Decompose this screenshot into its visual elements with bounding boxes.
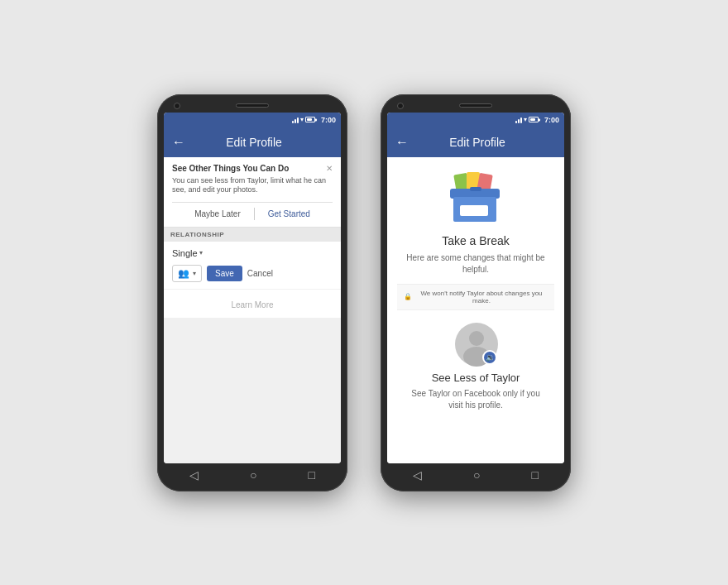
- svg-point-8: [469, 331, 484, 346]
- back-button[interactable]: ←: [172, 135, 185, 150]
- relationship-row: Single ▾: [172, 248, 333, 258]
- relationship-value: Single: [172, 248, 198, 258]
- left-screen: ▾ 7:00 ← Edit Profile See Other Things Y…: [164, 113, 341, 463]
- right-status-icons: ▾: [515, 116, 539, 123]
- see-less-title: See Less of Taylor: [432, 372, 520, 384]
- right-recents-nav-button[interactable]: □: [532, 468, 539, 482]
- right-signal-icon: [515, 117, 522, 123]
- left-screen-content: See Other Things You Can Do ✕ You can se…: [164, 157, 341, 463]
- mute-badge: 🔉: [482, 350, 497, 365]
- form-card: Single ▾ 👥 ▾ Save Cancel: [164, 242, 341, 289]
- volume-down-icon: 🔉: [486, 353, 495, 362]
- right-app-title: Edit Profile: [415, 136, 539, 149]
- audience-picker[interactable]: 👥 ▾: [172, 265, 202, 282]
- filing-box-icon: [447, 170, 505, 228]
- cancel-button[interactable]: Cancel: [247, 269, 273, 278]
- notification-header: See Other Things You Can Do ✕: [172, 164, 333, 173]
- left-phone-top-bar: [164, 103, 341, 109]
- right-battery-icon: [529, 117, 539, 122]
- svg-rect-5: [460, 205, 488, 216]
- left-status-bar: ▾ 7:00: [164, 113, 341, 127]
- relationship-section-label: RELATIONSHIP: [164, 228, 341, 242]
- home-nav-button[interactable]: ○: [250, 468, 256, 482]
- maybe-later-button[interactable]: Maybe Later: [184, 208, 255, 220]
- notification-title: See Other Things You Can Do: [172, 164, 289, 173]
- notification-card: See Other Things You Can Do ✕ You can se…: [164, 157, 341, 228]
- avatar-with-badge: 🔉: [454, 322, 497, 365]
- take-a-break-section: Take a Break Here are some changes that …: [387, 157, 564, 463]
- learn-more-section: Learn More: [164, 290, 341, 318]
- status-time: 7:00: [321, 116, 336, 124]
- take-a-break-title: Take a Break: [442, 234, 510, 247]
- left-app-title: Edit Profile: [192, 136, 316, 149]
- battery-icon: [305, 117, 315, 122]
- save-button[interactable]: Save: [207, 266, 242, 281]
- right-home-nav-button[interactable]: ○: [473, 468, 480, 482]
- left-app-bar: ← Edit Profile: [164, 127, 341, 157]
- right-back-button[interactable]: ←: [395, 135, 409, 150]
- right-back-nav-button[interactable]: ◁: [413, 468, 422, 482]
- left-phone: ▾ 7:00 ← Edit Profile See Other Things Y…: [157, 94, 347, 491]
- signal-icon: [292, 117, 299, 123]
- privacy-notice: 🔒 We won't notify Taylor about changes y…: [397, 284, 554, 310]
- audience-row: 👥 ▾ Save Cancel: [172, 265, 333, 282]
- see-less-description: See Taylor on Facebook only if you visit…: [407, 388, 544, 411]
- speaker: [236, 103, 269, 108]
- status-icons: ▾: [292, 116, 315, 123]
- learn-more-link[interactable]: Learn More: [231, 300, 273, 309]
- right-wifi-icon: ▾: [524, 116, 527, 123]
- notification-close-icon[interactable]: ✕: [326, 164, 333, 173]
- camera-sensor: [174, 103, 180, 109]
- back-nav-button[interactable]: ◁: [189, 468, 199, 482]
- see-less-section: 🔉 See Less of Taylor See Taylor on Faceb…: [397, 310, 554, 457]
- right-app-bar: ← Edit Profile: [387, 127, 564, 157]
- take-a-break-subtitle: Here are some changes that might be help…: [397, 252, 554, 276]
- privacy-notice-text: We won't notify Taylor about changes you…: [415, 290, 548, 304]
- left-phone-nav: ◁ ○ □: [164, 463, 341, 483]
- get-started-button[interactable]: Get Started: [255, 208, 320, 220]
- friends-icon: 👥: [178, 268, 189, 279]
- relationship-select[interactable]: Single ▾: [172, 248, 203, 258]
- right-status-bar: ▾ 7:00: [387, 113, 564, 127]
- right-status-time: 7:00: [544, 116, 559, 124]
- svg-rect-6: [470, 187, 481, 191]
- right-camera-sensor: [397, 103, 404, 109]
- recents-nav-button[interactable]: □: [309, 468, 315, 482]
- notification-actions: Maybe Later Get Started: [172, 202, 333, 220]
- notification-body: You can see less from Taylor, limit what…: [172, 176, 333, 195]
- right-screen: ▾ 7:00 ← Edit Profile: [387, 113, 564, 463]
- audience-dropdown-icon: ▾: [193, 270, 196, 277]
- lock-icon: 🔒: [404, 293, 412, 300]
- wifi-icon: ▾: [300, 116, 304, 123]
- right-phone-nav: ◁ ○ □: [387, 463, 564, 483]
- right-phone: ▾ 7:00 ← Edit Profile: [381, 94, 571, 491]
- right-phone-top-bar: [387, 103, 564, 109]
- right-speaker: [459, 103, 492, 108]
- relationship-dropdown-icon: ▾: [199, 249, 203, 257]
